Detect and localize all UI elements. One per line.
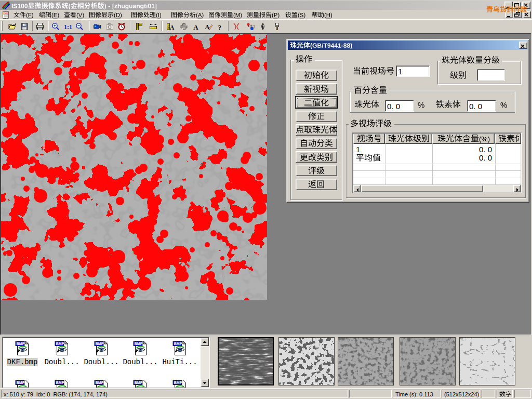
svg-text:BMP: BMP	[17, 342, 25, 345]
svg-text:BMP: BMP	[135, 342, 143, 345]
svg-text:3: 3	[254, 25, 255, 28]
svg-text:A: A	[170, 24, 175, 31]
svg-text:1:1: 1:1	[64, 23, 72, 31]
svg-text:BMP: BMP	[135, 381, 143, 384]
svg-text:DOC: DOC	[3, 12, 9, 15]
svg-text:BMP: BMP	[56, 381, 64, 384]
svg-text:BMP: BMP	[174, 381, 182, 384]
svg-text:A: A	[193, 23, 198, 31]
svg-text:BMP: BMP	[17, 381, 25, 384]
svg-text:BMP: BMP	[96, 342, 104, 345]
svg-text:?: ?	[218, 23, 222, 31]
svg-text:BMP: BMP	[56, 342, 64, 345]
svg-text:BMP: BMP	[96, 381, 104, 384]
svg-text:BMP: BMP	[174, 342, 182, 345]
